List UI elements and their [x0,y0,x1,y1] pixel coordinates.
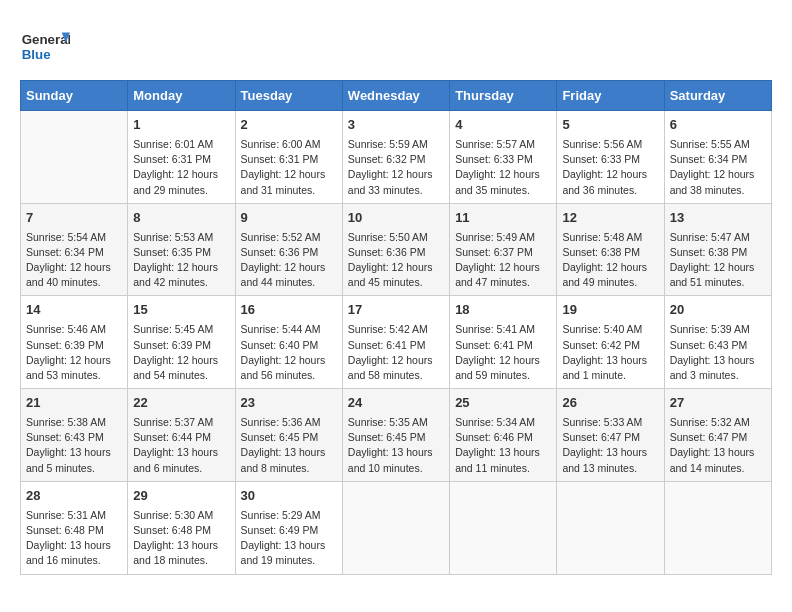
day-info-line: and 8 minutes. [241,461,337,476]
calendar-cell: 30Sunrise: 5:29 AMSunset: 6:49 PMDayligh… [235,481,342,574]
week-row-4: 21Sunrise: 5:38 AMSunset: 6:43 PMDayligh… [21,389,772,482]
day-info-line: Daylight: 13 hours [562,353,658,368]
day-number: 26 [562,394,658,413]
day-info-line: and 10 minutes. [348,461,444,476]
calendar-cell: 21Sunrise: 5:38 AMSunset: 6:43 PMDayligh… [21,389,128,482]
day-number: 28 [26,487,122,506]
day-info-line: Sunrise: 5:50 AM [348,230,444,245]
calendar-cell: 2Sunrise: 6:00 AMSunset: 6:31 PMDaylight… [235,111,342,204]
day-info-line: and 35 minutes. [455,183,551,198]
day-info-line: and 59 minutes. [455,368,551,383]
day-info-line: Daylight: 12 hours [348,353,444,368]
header-cell-monday: Monday [128,81,235,111]
day-info-line: Sunrise: 5:30 AM [133,508,229,523]
day-info-line: Sunset: 6:48 PM [26,523,122,538]
calendar-cell: 12Sunrise: 5:48 AMSunset: 6:38 PMDayligh… [557,203,664,296]
day-info-line: Sunrise: 5:54 AM [26,230,122,245]
day-info-line: Sunrise: 5:32 AM [670,415,766,430]
day-number: 11 [455,209,551,228]
calendar-cell: 3Sunrise: 5:59 AMSunset: 6:32 PMDaylight… [342,111,449,204]
day-info-line: Sunset: 6:48 PM [133,523,229,538]
calendar-table: SundayMondayTuesdayWednesdayThursdayFrid… [20,80,772,575]
day-info-line: Sunset: 6:39 PM [26,338,122,353]
day-info-line: Daylight: 13 hours [133,445,229,460]
day-info-line: Sunrise: 5:38 AM [26,415,122,430]
calendar-cell: 8Sunrise: 5:53 AMSunset: 6:35 PMDaylight… [128,203,235,296]
day-info-line: Sunrise: 5:53 AM [133,230,229,245]
day-number: 4 [455,116,551,135]
day-info-line: Sunrise: 5:39 AM [670,322,766,337]
calendar-cell: 20Sunrise: 5:39 AMSunset: 6:43 PMDayligh… [664,296,771,389]
day-info-line: Sunrise: 5:56 AM [562,137,658,152]
day-info-line: Sunrise: 5:37 AM [133,415,229,430]
day-number: 25 [455,394,551,413]
day-info-line: Sunrise: 5:57 AM [455,137,551,152]
day-number: 8 [133,209,229,228]
day-info-line: Sunset: 6:33 PM [562,152,658,167]
day-info-line: and 18 minutes. [133,553,229,568]
day-info-line: and 3 minutes. [670,368,766,383]
day-info-line: Daylight: 12 hours [133,260,229,275]
day-info-line: Sunset: 6:31 PM [241,152,337,167]
header-cell-tuesday: Tuesday [235,81,342,111]
calendar-cell: 10Sunrise: 5:50 AMSunset: 6:36 PMDayligh… [342,203,449,296]
day-info-line: and 53 minutes. [26,368,122,383]
day-number: 12 [562,209,658,228]
day-info-line: Sunrise: 5:29 AM [241,508,337,523]
day-info-line: Sunset: 6:43 PM [26,430,122,445]
day-info-line: and 47 minutes. [455,275,551,290]
day-number: 20 [670,301,766,320]
calendar-cell: 1Sunrise: 6:01 AMSunset: 6:31 PMDaylight… [128,111,235,204]
day-number: 7 [26,209,122,228]
day-number: 10 [348,209,444,228]
day-info-line: Daylight: 12 hours [562,167,658,182]
day-info-line: and 29 minutes. [133,183,229,198]
day-info-line: Sunrise: 6:01 AM [133,137,229,152]
day-info-line: Daylight: 12 hours [26,260,122,275]
week-row-1: 1Sunrise: 6:01 AMSunset: 6:31 PMDaylight… [21,111,772,204]
day-info-line: and 45 minutes. [348,275,444,290]
day-info-line: Sunset: 6:43 PM [670,338,766,353]
header-cell-thursday: Thursday [450,81,557,111]
day-info-line: and 51 minutes. [670,275,766,290]
day-info-line: Sunset: 6:31 PM [133,152,229,167]
calendar-cell: 16Sunrise: 5:44 AMSunset: 6:40 PMDayligh… [235,296,342,389]
day-info-line: Daylight: 13 hours [26,445,122,460]
calendar-cell: 5Sunrise: 5:56 AMSunset: 6:33 PMDaylight… [557,111,664,204]
day-info-line: and 5 minutes. [26,461,122,476]
day-number: 16 [241,301,337,320]
day-info-line: Sunrise: 5:59 AM [348,137,444,152]
day-info-line: Sunrise: 6:00 AM [241,137,337,152]
header-cell-sunday: Sunday [21,81,128,111]
day-info-line: Daylight: 12 hours [133,167,229,182]
day-number: 18 [455,301,551,320]
day-info-line: and 1 minute. [562,368,658,383]
day-info-line: Sunset: 6:49 PM [241,523,337,538]
calendar-cell: 13Sunrise: 5:47 AMSunset: 6:38 PMDayligh… [664,203,771,296]
day-number: 21 [26,394,122,413]
day-info-line: Sunset: 6:46 PM [455,430,551,445]
day-number: 15 [133,301,229,320]
day-info-line: Sunset: 6:41 PM [348,338,444,353]
calendar-cell: 23Sunrise: 5:36 AMSunset: 6:45 PMDayligh… [235,389,342,482]
day-info-line: Sunset: 6:38 PM [670,245,766,260]
day-info-line: Sunset: 6:33 PM [455,152,551,167]
day-info-line: Sunset: 6:47 PM [562,430,658,445]
day-info-line: and 11 minutes. [455,461,551,476]
day-number: 5 [562,116,658,135]
calendar-cell: 26Sunrise: 5:33 AMSunset: 6:47 PMDayligh… [557,389,664,482]
day-number: 1 [133,116,229,135]
day-number: 29 [133,487,229,506]
day-info-line: Daylight: 12 hours [455,260,551,275]
calendar-cell: 24Sunrise: 5:35 AMSunset: 6:45 PMDayligh… [342,389,449,482]
day-info-line: Daylight: 12 hours [670,260,766,275]
day-info-line: Sunrise: 5:31 AM [26,508,122,523]
day-info-line: Sunset: 6:42 PM [562,338,658,353]
day-info-line: Daylight: 12 hours [562,260,658,275]
day-info-line: and 42 minutes. [133,275,229,290]
day-info-line: Daylight: 12 hours [455,167,551,182]
day-info-line: Daylight: 12 hours [348,260,444,275]
day-info-line: and 44 minutes. [241,275,337,290]
calendar-cell: 22Sunrise: 5:37 AMSunset: 6:44 PMDayligh… [128,389,235,482]
day-number: 17 [348,301,444,320]
